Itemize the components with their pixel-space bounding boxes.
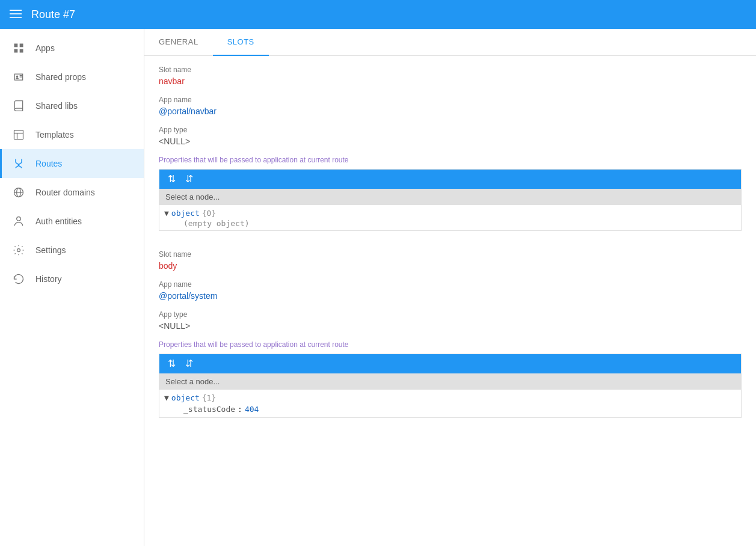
json-tree-row-2: ▼ object {1} (164, 392, 736, 403)
json-tree-2: ⇅ ⇵ Select a node... ▼ object {1} _statu… (159, 354, 742, 418)
json-sort-btn-1[interactable]: ⇵ (183, 173, 195, 185)
sidebar-item-apps[interactable]: Apps (0, 34, 144, 63)
history-icon (11, 272, 26, 286)
sidebar-item-label: Apps (35, 43, 55, 53)
main-content: GENERAL SLOTS Slot name navbar App name … (144, 29, 756, 546)
json-expand-btn-2[interactable]: ⇅ (165, 358, 178, 370)
globe-icon (11, 185, 26, 200)
json-empty-1: (empty object) (164, 219, 736, 228)
svg-rect-3 (14, 44, 18, 48)
svg-rect-2 (10, 17, 22, 18)
props-label-1: Properties that will be passed to applic… (159, 156, 742, 164)
app-type-value-2: <NULL> (159, 321, 742, 331)
json-expand-arrow-1[interactable]: ▼ (164, 209, 169, 218)
id-card-icon (11, 70, 26, 84)
svg-rect-4 (20, 44, 23, 48)
sidebar-item-label: Templates (35, 130, 74, 140)
sidebar-item-label: Auth entities (35, 216, 82, 226)
json-toolbar-2: ⇅ ⇵ (159, 354, 741, 373)
svg-rect-5 (14, 49, 18, 53)
slot-name-label-2: Slot name (159, 250, 742, 259)
props-label-2: Properties that will be passed to applic… (159, 340, 742, 349)
app-type-value-1: <NULL> (159, 136, 742, 146)
layout: Apps Shared props Shared libs Templates (0, 29, 756, 546)
sidebar: Apps Shared props Shared libs Templates (0, 29, 144, 546)
app-type-label-1: App type (159, 126, 742, 134)
sidebar-item-label: Router domains (35, 188, 95, 197)
sidebar-item-routes[interactable]: Routes (0, 149, 144, 178)
layout-icon (11, 127, 26, 142)
json-count-2: {1} (202, 393, 216, 402)
svg-rect-6 (20, 49, 23, 53)
tab-general[interactable]: GENERAL (144, 29, 213, 56)
app-name-value-2: @portal/system (159, 291, 742, 301)
json-tree-body-2: ▼ object {1} _statusCode : 404 (159, 390, 741, 417)
sidebar-item-templates[interactable]: Templates (0, 120, 144, 149)
person-icon (11, 214, 26, 229)
json-expand-btn-1[interactable]: ⇅ (165, 173, 178, 185)
svg-rect-10 (14, 130, 23, 140)
svg-point-17 (17, 249, 20, 252)
svg-point-16 (17, 217, 21, 221)
slot-section-body: Slot name body App name @portal/system A… (159, 250, 742, 418)
slot-name-value-1: navbar (159, 76, 742, 86)
app-name-value-1: @portal/navbar (159, 106, 742, 116)
json-expand-arrow-2[interactable]: ▼ (164, 393, 169, 402)
json-count-1: {0} (202, 209, 216, 218)
json-type-1: object (171, 209, 200, 218)
tabs: GENERAL SLOTS (144, 29, 756, 56)
json-colon-2: : (238, 405, 242, 414)
json-prop-val-2: 404 (245, 405, 259, 414)
routes-icon (11, 156, 26, 171)
json-sort-btn-2[interactable]: ⇵ (183, 358, 195, 370)
tab-slots[interactable]: SLOTS (213, 29, 269, 56)
sidebar-item-label: Shared props (35, 72, 86, 82)
json-select-node-2[interactable]: Select a node... (159, 373, 741, 390)
json-toolbar-1: ⇅ ⇵ (159, 170, 741, 189)
topbar: Route #7 (0, 0, 756, 29)
app-name-label-2: App name (159, 280, 742, 289)
topbar-title: Route #7 (31, 8, 75, 21)
json-tree-1: ⇅ ⇵ Select a node... ▼ object {0} (empty… (159, 169, 742, 231)
sidebar-item-auth-entities[interactable]: Auth entities (0, 207, 144, 236)
json-prop-key-2: _statusCode (183, 405, 235, 414)
sidebar-item-label: Settings (35, 245, 66, 255)
sidebar-item-shared-props[interactable]: Shared props (0, 63, 144, 91)
app-type-label-2: App type (159, 310, 742, 319)
sidebar-item-label: Shared libs (35, 101, 78, 111)
sidebar-item-label: Routes (35, 159, 62, 168)
json-type-2: object (171, 393, 200, 402)
sidebar-item-history[interactable]: History (0, 265, 144, 293)
sidebar-item-shared-libs[interactable]: Shared libs (0, 91, 144, 120)
svg-rect-1 (10, 13, 22, 14)
slot-section-navbar: Slot name navbar App name @portal/navbar… (159, 66, 742, 231)
grid-icon (11, 41, 26, 55)
slots-content: Slot name navbar App name @portal/navbar… (144, 56, 756, 447)
json-tree-row-1: ▼ object {0} (164, 207, 736, 219)
svg-rect-0 (10, 10, 22, 11)
json-prop-row-2: _statusCode : 404 (164, 403, 736, 415)
sidebar-item-settings[interactable]: Settings (0, 236, 144, 265)
svg-point-7 (16, 76, 18, 78)
slot-name-label-1: Slot name (159, 66, 742, 74)
menu-icon[interactable] (10, 8, 22, 22)
json-select-node-1[interactable]: Select a node... (159, 189, 741, 205)
sidebar-item-label: History (35, 274, 62, 284)
sidebar-item-router-domains[interactable]: Router domains (0, 178, 144, 207)
json-tree-body-1: ▼ object {0} (empty object) (159, 205, 741, 230)
book-icon (11, 99, 26, 113)
slot-name-value-2: body (159, 261, 742, 271)
app-name-label-1: App name (159, 96, 742, 104)
gear-icon (11, 243, 26, 257)
